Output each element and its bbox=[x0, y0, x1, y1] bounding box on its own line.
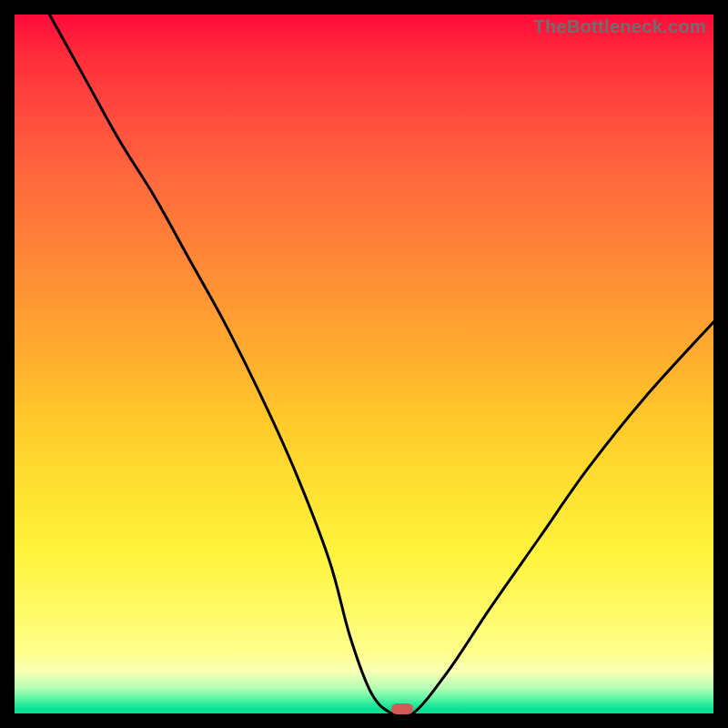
watermark-text: TheBottleneck.com bbox=[533, 16, 706, 37]
bottleneck-curve bbox=[15, 15, 713, 713]
optimal-point-marker bbox=[391, 703, 413, 714]
plot-area: TheBottleneck.com bbox=[15, 15, 713, 713]
chart-frame: TheBottleneck.com bbox=[0, 0, 728, 728]
